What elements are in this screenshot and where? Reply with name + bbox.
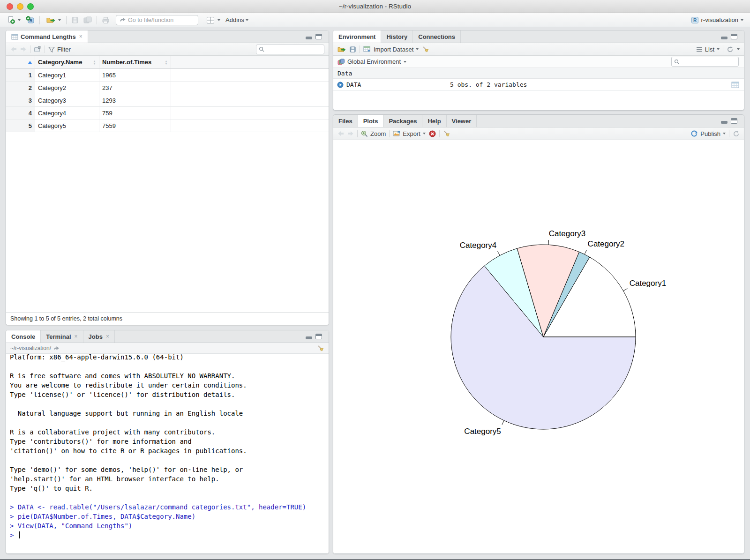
tab-packages[interactable]: Packages <box>383 115 422 127</box>
publish-label: Publish <box>700 130 720 137</box>
environment-scope-caret-icon[interactable] <box>404 61 406 63</box>
save-icon <box>71 16 79 24</box>
tab-plots[interactable]: Plots <box>358 115 384 127</box>
console-output-line: Natural language support but running in … <box>10 409 325 418</box>
close-tab-icon[interactable]: × <box>79 33 82 40</box>
save-button[interactable] <box>70 15 80 25</box>
minimize-pane-icon[interactable] <box>306 334 312 339</box>
close-tab-icon[interactable]: × <box>106 333 109 340</box>
close-window-button[interactable] <box>7 3 13 10</box>
tab-jobs[interactable]: Jobs× <box>83 330 115 343</box>
new-project-button[interactable]: R <box>24 15 36 25</box>
addins-button[interactable]: Addins <box>224 15 250 24</box>
panes-layout-dropdown[interactable] <box>218 19 220 21</box>
search-icon <box>259 46 264 52</box>
open-file-dropdown[interactable] <box>58 19 61 21</box>
publish-button[interactable]: Publish <box>690 130 726 137</box>
column-header-category-name[interactable]: Category.Name ▲▼ <box>35 56 99 68</box>
row-number-header[interactable] <box>6 56 35 68</box>
category-name-cell: Category3 <box>35 94 99 106</box>
clear-console-broom-icon[interactable] <box>317 344 324 352</box>
tab-console[interactable]: Console <box>6 330 41 343</box>
environment-scope-label[interactable]: Global Environment <box>347 58 401 65</box>
minimize-window-button[interactable] <box>17 3 23 10</box>
environment-search-input[interactable] <box>682 59 736 65</box>
tab-environment[interactable]: Environment <box>333 30 381 43</box>
pie-label-tick <box>502 420 504 425</box>
refresh-dropdown-icon[interactable] <box>737 48 740 50</box>
goto-file-input[interactable] <box>128 17 195 23</box>
console-pane: Console Terminal× Jobs× ~/r-visualizatio… <box>6 330 329 554</box>
maximize-pane-icon[interactable] <box>315 34 322 39</box>
maximize-pane-icon[interactable] <box>731 118 737 124</box>
console-lines: Platform: x86_64-apple-darwin15.6.0 (64-… <box>10 354 325 540</box>
environment-search-box <box>671 57 739 67</box>
column-label: Number.of.Times <box>102 59 151 66</box>
table-row[interactable]: 3Category31293 <box>6 94 329 107</box>
table-row[interactable]: 2Category2237 <box>6 82 329 94</box>
expand-object-icon[interactable] <box>337 82 344 88</box>
tab-help[interactable]: Help <box>422 115 446 127</box>
export-plot-button[interactable]: Export <box>393 130 426 137</box>
view-data-grid-icon[interactable] <box>731 82 739 88</box>
print-button[interactable] <box>100 15 111 25</box>
table-row[interactable]: 1Category11965 <box>6 69 329 82</box>
viewer-search-input[interactable] <box>266 46 322 52</box>
remove-plot-icon[interactable] <box>429 130 436 137</box>
minimize-pane-icon[interactable] <box>721 34 728 39</box>
tab-connections[interactable]: Connections <box>413 30 461 43</box>
title-bar: ~/r-visualization - RStudio <box>0 0 750 13</box>
maximize-pane-icon[interactable] <box>731 34 737 39</box>
console-input-area[interactable]: Platform: x86_64-apple-darwin15.6.0 (64-… <box>6 354 329 553</box>
environment-object-row[interactable]: DATA 5 obs. of 2 variables <box>333 79 744 91</box>
load-workspace-folder-icon[interactable] <box>338 46 346 52</box>
new-file-dropdown[interactable] <box>18 19 21 21</box>
minimize-pane-icon[interactable] <box>721 119 728 124</box>
back-icon[interactable] <box>10 46 17 52</box>
goto-directory-icon[interactable] <box>53 346 60 351</box>
tab-history[interactable]: History <box>381 30 413 43</box>
import-dataset-label: Import Dataset <box>374 46 413 53</box>
viewer-table-body: 1Category119652Category22373Category3129… <box>6 69 329 132</box>
addins-label: Addins <box>225 16 244 23</box>
clear-all-plots-broom-icon[interactable] <box>443 130 450 137</box>
project-selector[interactable]: R r-visualization <box>691 16 746 24</box>
previous-plot-icon[interactable] <box>338 131 344 136</box>
console-output-line: R is free software and comes with ABSOLU… <box>10 371 325 381</box>
tab-files[interactable]: Files <box>333 115 358 127</box>
console-input-line: > View(DATA, "Command Lengths") <box>10 521 325 530</box>
tab-viewer[interactable]: Viewer <box>447 115 477 127</box>
refresh-icon[interactable] <box>727 46 734 53</box>
next-plot-icon[interactable] <box>347 131 354 136</box>
zoom-window-button[interactable] <box>27 3 34 10</box>
refresh-plot-icon[interactable] <box>733 130 740 137</box>
console-prompt-line[interactable]: > <box>10 530 325 540</box>
import-dataset-button[interactable]: Import Dataset <box>363 46 419 53</box>
filter-button[interactable]: Filter <box>48 46 71 53</box>
clear-workspace-broom-icon[interactable] <box>422 45 429 53</box>
traffic-lights <box>0 3 34 10</box>
panes-layout-button[interactable] <box>205 15 216 25</box>
minimize-pane-icon[interactable] <box>306 34 312 39</box>
open-in-new-window-icon[interactable] <box>34 46 41 52</box>
table-row[interactable]: 5Category57559 <box>6 119 329 132</box>
column-header-number-of-times[interactable]: Number.of.Times ▲▼ <box>99 56 171 68</box>
tab-label: Console <box>11 333 35 340</box>
table-row[interactable]: 4Category4759 <box>6 107 329 119</box>
search-icon <box>674 59 680 65</box>
tab-label: Terminal <box>46 333 71 340</box>
new-file-icon <box>7 16 15 24</box>
maximize-pane-icon[interactable] <box>315 334 322 339</box>
zoom-plot-button[interactable]: Zoom <box>361 130 386 137</box>
list-view-button[interactable]: List <box>696 46 720 53</box>
save-all-button[interactable] <box>82 15 93 25</box>
tab-command-lengths[interactable]: Command Lengths × <box>6 30 88 43</box>
save-workspace-icon[interactable] <box>349 46 356 53</box>
forward-icon[interactable] <box>20 46 27 52</box>
open-file-button[interactable] <box>45 15 57 24</box>
open-folder-icon <box>46 16 55 23</box>
close-tab-icon[interactable]: × <box>75 333 78 340</box>
console-output-line <box>10 418 325 427</box>
tab-terminal[interactable]: Terminal× <box>41 330 83 343</box>
new-file-button[interactable] <box>6 15 16 25</box>
